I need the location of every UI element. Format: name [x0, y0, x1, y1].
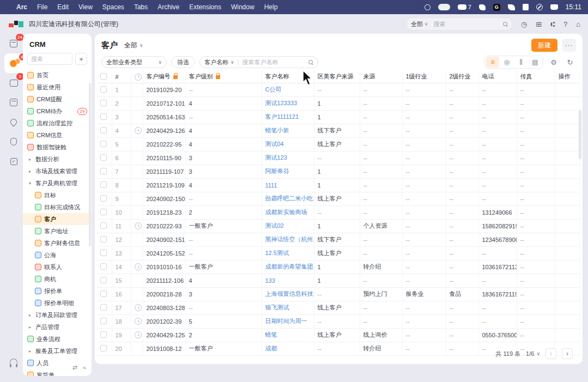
sidebar-item-目标[interactable]: 目标 [23, 189, 92, 201]
sidebar-item-数据分析[interactable]: ▸数据分析 [23, 153, 92, 165]
rail-item-approvals[interactable]: 24 [4, 34, 23, 53]
new-record-button[interactable]: 新建 [531, 39, 557, 52]
app-grid-icon[interactable]: ⊞ [536, 20, 542, 28]
row-checkbox[interactable] [100, 290, 107, 297]
column-header-客户级别[interactable]: 客户级别 [185, 71, 262, 83]
game-controller-icon[interactable]: 7 [458, 4, 471, 10]
sidebar-item-报价单[interactable]: 报价单 [23, 285, 92, 297]
rail-item-calendar[interactable] [4, 93, 23, 112]
sidebar-item-服务及工单管理[interactable]: ▸服务及工单管理 [23, 345, 92, 357]
menubar-item-view[interactable]: View [78, 3, 93, 11]
rail-item-location[interactable] [4, 112, 23, 132]
rail-item-workbench[interactable]: 5 [4, 73, 23, 93]
kanban-view-icon[interactable]: ⫼ [514, 57, 528, 68]
sidebar-item-市场及线索管理[interactable]: ▸市场及线索管理 [23, 165, 92, 177]
customer-name-link[interactable]: 黑神话悟空（杭州... [265, 236, 314, 242]
next-page-button[interactable]: › [562, 348, 573, 359]
global-search-input[interactable]: 全部∨ 搜索 [406, 17, 513, 31]
customer-name-link[interactable]: 测试123333 [265, 100, 298, 106]
sidebar-item-产品管理[interactable]: ▸产品管理 [23, 321, 92, 333]
sidebar-item-首页[interactable]: 首页 [23, 69, 92, 81]
customer-name-link[interactable]: 客户1111121 [265, 113, 299, 120]
business-type-filter-dropdown[interactable]: 全部业务类型∨ [101, 56, 167, 68]
row-checkbox[interactable] [100, 318, 107, 324]
column-header-1级行业[interactable]: 1级行业 [402, 71, 446, 83]
select-all-checkbox[interactable] [100, 73, 107, 80]
row-checkbox[interactable] [100, 86, 107, 93]
column-header-#[interactable]: # [112, 71, 131, 83]
box-icon[interactable] [523, 4, 529, 10]
workflow-icon[interactable]: ⑆ [550, 20, 555, 28]
sidebar-item-CRM提醒[interactable]: CRM提醒 [23, 93, 92, 105]
menubar-item-extensions[interactable]: Extensions [189, 3, 221, 11]
menubar-item-window[interactable]: Window [231, 3, 254, 11]
customer-name-link[interactable]: C公司 [265, 86, 282, 93]
column-header-客户编号[interactable]: 客户编号 [143, 71, 185, 83]
sidebar-item-业务流程[interactable]: 业务流程 [23, 333, 92, 345]
sidebar-item-CRM待办[interactable]: CRM待办29 [23, 105, 92, 117]
sidebar-add-button[interactable]: + [75, 53, 87, 65]
support-headset-icon[interactable] [4, 359, 23, 369]
bird-icon[interactable] [508, 4, 515, 10]
row-checkbox[interactable] [100, 222, 107, 229]
customer-name-link[interactable]: 12.5测试 [265, 250, 289, 256]
rail-item-badge[interactable] [4, 132, 23, 151]
sidebar-item-客户地址[interactable]: 客户地址 [23, 225, 92, 237]
customer-name-link[interactable]: 1111 [265, 182, 277, 189]
search-scope-dropdown[interactable]: 全部∨ [411, 20, 428, 28]
customer-name-search[interactable]: 客户名称∨ | 搜索客户名称 [199, 56, 318, 68]
row-checkbox[interactable] [100, 100, 107, 106]
view-selector-dropdown[interactable]: 全部∨ [124, 41, 143, 50]
customer-name-link[interactable]: 成都新的希望集团... [265, 263, 314, 270]
sidebar-search-input[interactable]: 搜索 [27, 53, 72, 65]
sidebar-item-商机[interactable]: 商机 [23, 273, 92, 285]
column-header-2级行业[interactable]: 2级行业 [446, 71, 478, 83]
customer-name-link[interactable]: 蜡笔 [265, 331, 277, 338]
row-checkbox[interactable] [100, 113, 107, 120]
sidebar-item-最近使用[interactable]: 最近使用 [23, 81, 92, 93]
customer-name-link[interactable]: 上海领置信息科技... [265, 290, 314, 297]
board-view-icon[interactable]: ▤ [529, 57, 542, 68]
menubar-item-file[interactable]: File [37, 3, 47, 11]
column-header-传真[interactable]: 传真 [517, 71, 555, 83]
column-header-区美客户来源[interactable]: 区美客户来源 [314, 71, 360, 83]
customer-name-link[interactable]: 测试123 [265, 154, 287, 161]
customer-name-link[interactable]: 阿斯蒂芬 [265, 168, 289, 174]
sidebar-item-公海[interactable]: 公海 [23, 249, 92, 261]
customer-name-link[interactable]: 测试04 [265, 141, 284, 147]
row-checkbox[interactable] [100, 250, 107, 256]
customer-name-link[interactable]: 成都新实验商场 [265, 209, 307, 215]
row-checkbox[interactable] [100, 277, 107, 283]
row-checkbox[interactable] [100, 236, 107, 242]
sidebar-item-客户[interactable]: 客户 [23, 213, 92, 225]
sort-icon[interactable]: ⇄ [72, 364, 77, 375]
search-field-dropdown[interactable]: 客户名称∨ [204, 58, 234, 66]
record-icon[interactable] [425, 4, 431, 10]
customer-name-link[interactable]: 133 [265, 277, 275, 284]
customer-name-link[interactable]: 狼飞测试 [265, 304, 289, 311]
menubar-item-tabs[interactable]: Tabs [134, 3, 148, 11]
column-header-flag[interactable] [131, 71, 143, 83]
sidebar-item-报价单明细[interactable]: 报价单明细 [23, 297, 92, 309]
row-checkbox[interactable] [100, 331, 107, 338]
customer-name-link[interactable]: 测试02 [265, 222, 284, 229]
briefcase-icon[interactable]: ⌂ [576, 20, 580, 28]
page-size-dropdown[interactable]: 1/6∨ [526, 350, 540, 357]
help-icon[interactable]: ? [563, 20, 567, 28]
sidebar-item-订单及回款管理[interactable]: ▸订单及回款管理 [23, 309, 92, 321]
clock-icon[interactable]: ◷ [521, 20, 527, 28]
row-checkbox[interactable] [100, 304, 107, 311]
list-view-icon[interactable]: ≡ [486, 57, 499, 68]
rail-item-tasks[interactable]: ✓ [4, 151, 23, 171]
row-checkbox[interactable] [100, 154, 107, 161]
table-settings-icon[interactable]: ⚙ [548, 56, 560, 68]
chat-pill-icon[interactable] [438, 4, 450, 10]
menubar-item-edit[interactable]: Edit [57, 3, 69, 11]
g-badge-icon[interactable]: G [493, 4, 500, 11]
menubar-item-help[interactable]: Help [264, 3, 278, 11]
column-header-来源[interactable]: 来源 [360, 71, 402, 83]
customer-name-link[interactable]: 蜡笔小新 [265, 127, 289, 134]
more-actions-button[interactable]: ··· [562, 39, 576, 52]
row-checkbox[interactable] [100, 181, 107, 188]
customer-name-link[interactable]: 劲霸呼吧二米小吃店 [265, 195, 314, 202]
